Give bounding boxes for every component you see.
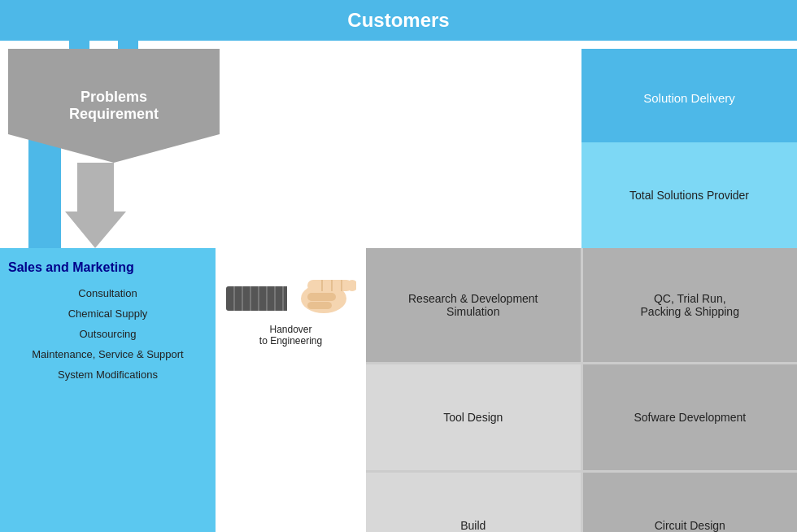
hand-icon <box>226 264 356 321</box>
svg-rect-24 <box>307 293 336 301</box>
problems-box: Problems Requirement <box>8 49 220 163</box>
solution-delivery-panel: Solution Delivery <box>581 49 797 146</box>
circuit-design-label: Circuit Design <box>655 519 725 532</box>
circuit-design-cell: Circuit Design <box>583 473 798 532</box>
qc-label: QC, Trial Run, Packing & Shipping <box>641 292 739 318</box>
software-dev-label: Sofware Development <box>634 411 746 424</box>
qc-cell: QC, Trial Run, Packing & Shipping <box>583 248 798 362</box>
sales-item-outsourcing: Outsourcing <box>8 328 207 340</box>
handover-label: Handoverto Engineering <box>259 324 322 347</box>
handover-section: Handoverto Engineering <box>216 248 366 362</box>
sales-item-system-modifications: System Modifications <box>8 368 207 381</box>
problems-label: Problems Requirement <box>69 89 159 123</box>
svg-rect-22 <box>307 280 352 291</box>
customers-label: Customers <box>347 9 449 32</box>
svg-marker-3 <box>65 163 126 248</box>
total-solutions-label: Total Solutions Provider <box>629 189 749 202</box>
svg-rect-25 <box>307 302 332 309</box>
engineering-grid: Research & Development Simulation QC, Tr… <box>366 248 797 532</box>
rd-simulation-cell: Research & Development Simulation <box>366 248 581 362</box>
build-label: Build <box>460 519 486 532</box>
build-cell: Build <box>366 473 581 532</box>
rd-simulation-label: Research & Development Simulation <box>408 292 538 318</box>
total-solutions-panel: Total Solutions Provider <box>581 142 797 248</box>
solution-delivery-label: Solution Delivery <box>643 91 735 105</box>
software-dev-cell: Sofware Development <box>583 364 798 470</box>
tool-design-cell: Tool Design <box>366 364 581 470</box>
tool-design-label: Tool Design <box>443 411 503 424</box>
svg-rect-12 <box>226 286 295 311</box>
sales-title: Sales and Marketing <box>8 260 207 275</box>
sales-item-chemical-supply: Chemical Supply <box>8 307 207 320</box>
sales-item-consultation: Consultation <box>8 287 207 299</box>
sales-item-maintenance: Maintenance, Service & Support <box>8 348 207 360</box>
sales-panel: Sales and Marketing Consultation Chemica… <box>0 248 216 532</box>
customers-bar: Customers <box>0 0 797 41</box>
